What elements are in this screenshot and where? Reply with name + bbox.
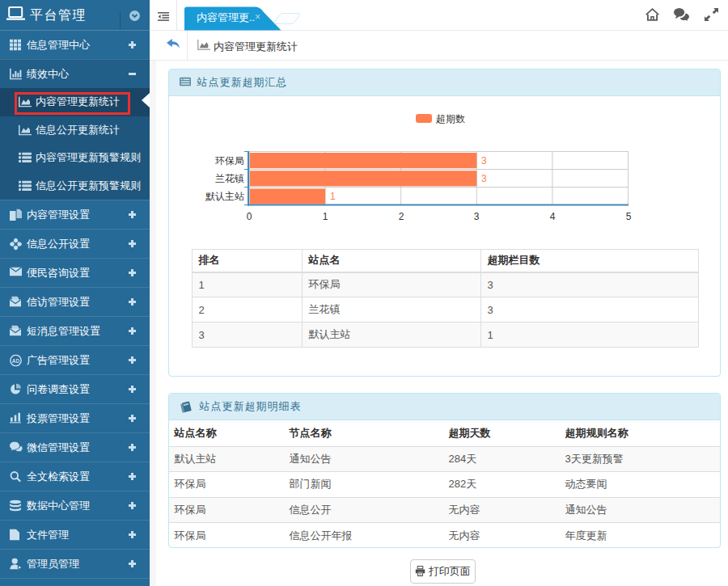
svg-text:3: 3 <box>481 155 487 167</box>
svg-text:环保局: 环保局 <box>214 155 244 167</box>
svg-text:默认主站: 默认主站 <box>205 191 244 202</box>
svg-text:1: 1 <box>330 191 336 202</box>
svg-text:AD: AD <box>12 357 20 363</box>
svg-text:3: 3 <box>473 211 479 222</box>
svg-text:兰花镇: 兰花镇 <box>215 173 244 184</box>
svg-text:1: 1 <box>322 211 328 222</box>
svg-text:5: 5 <box>625 211 631 222</box>
svg-text:2: 2 <box>398 211 404 222</box>
svg-text:0: 0 <box>246 211 252 222</box>
svg-text:超期数: 超期数 <box>436 113 465 124</box>
svg-text:4: 4 <box>549 211 555 222</box>
svg-text:3: 3 <box>481 173 487 184</box>
